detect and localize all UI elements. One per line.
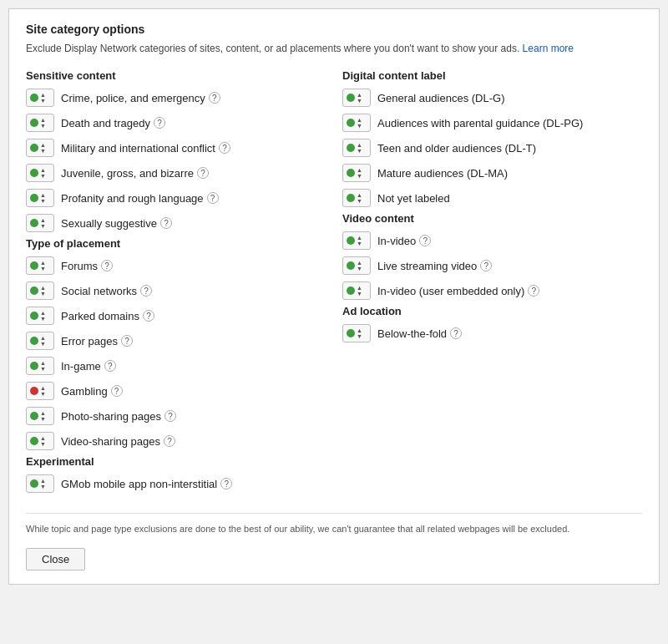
arrow-down-icon[interactable]: ▼ xyxy=(357,266,362,271)
help-icon[interactable]: ? xyxy=(101,260,113,271)
help-icon[interactable]: ? xyxy=(197,167,209,179)
toggle-box[interactable]: ▲▼ xyxy=(342,89,371,107)
arrow-up-icon[interactable]: ▲ xyxy=(40,92,46,98)
arrow-controls[interactable]: ▲▼ xyxy=(40,410,46,422)
learn-more-link[interactable]: Learn more xyxy=(523,43,574,54)
arrow-controls[interactable]: ▲▼ xyxy=(357,117,362,129)
help-icon[interactable]: ? xyxy=(207,192,219,204)
toggle-box[interactable]: ▲▼ xyxy=(26,89,54,107)
arrow-controls[interactable]: ▲▼ xyxy=(357,92,362,104)
arrow-down-icon[interactable]: ▼ xyxy=(40,416,46,422)
arrow-up-icon[interactable]: ▲ xyxy=(357,285,362,291)
arrow-up-icon[interactable]: ▲ xyxy=(40,217,46,223)
help-icon[interactable]: ? xyxy=(160,217,172,229)
toggle-box[interactable]: ▲▼ xyxy=(26,407,54,425)
help-icon[interactable]: ? xyxy=(154,117,165,129)
arrow-down-icon[interactable]: ▼ xyxy=(357,173,362,179)
arrow-down-icon[interactable]: ▼ xyxy=(40,223,46,229)
toggle-box[interactable]: ▲▼ xyxy=(26,114,54,132)
arrow-controls[interactable]: ▲▼ xyxy=(40,117,46,129)
toggle-box[interactable]: ▲▼ xyxy=(26,281,54,300)
arrow-down-icon[interactable]: ▼ xyxy=(40,123,46,129)
arrow-up-icon[interactable]: ▲ xyxy=(357,192,362,198)
arrow-down-icon[interactable]: ▼ xyxy=(357,333,362,339)
toggle-box[interactable]: ▲▼ xyxy=(342,324,371,342)
help-icon[interactable]: ? xyxy=(219,142,230,154)
arrow-controls[interactable]: ▲▼ xyxy=(357,260,362,271)
close-button[interactable]: Close xyxy=(26,548,85,570)
arrow-controls[interactable]: ▲▼ xyxy=(357,285,362,297)
toggle-box[interactable]: ▲▼ xyxy=(26,214,54,232)
toggle-box[interactable]: ▲▼ xyxy=(26,189,54,207)
arrow-up-icon[interactable]: ▲ xyxy=(357,235,362,241)
arrow-controls[interactable]: ▲▼ xyxy=(40,285,46,297)
arrow-up-icon[interactable]: ▲ xyxy=(357,142,362,148)
arrow-controls[interactable]: ▲▼ xyxy=(40,142,46,154)
arrow-down-icon[interactable]: ▼ xyxy=(40,198,46,204)
arrow-controls[interactable]: ▲▼ xyxy=(40,435,46,447)
arrow-up-icon[interactable]: ▲ xyxy=(40,285,46,291)
arrow-up-icon[interactable]: ▲ xyxy=(40,167,46,173)
arrow-up-icon[interactable]: ▲ xyxy=(40,142,46,148)
arrow-up-icon[interactable]: ▲ xyxy=(40,410,46,416)
help-icon[interactable]: ? xyxy=(121,335,133,347)
arrow-controls[interactable]: ▲▼ xyxy=(40,385,46,397)
help-icon[interactable]: ? xyxy=(209,92,220,104)
help-icon[interactable]: ? xyxy=(450,327,462,339)
arrow-controls[interactable]: ▲▼ xyxy=(40,310,46,322)
arrow-up-icon[interactable]: ▲ xyxy=(357,327,362,333)
help-icon[interactable]: ? xyxy=(220,478,232,489)
toggle-box[interactable]: ▲▼ xyxy=(342,189,371,207)
arrow-controls[interactable]: ▲▼ xyxy=(357,142,362,154)
help-icon[interactable]: ? xyxy=(143,310,154,322)
arrow-controls[interactable]: ▲▼ xyxy=(40,335,46,347)
arrow-down-icon[interactable]: ▼ xyxy=(40,316,46,322)
arrow-controls[interactable]: ▲▼ xyxy=(40,360,46,372)
arrow-controls[interactable]: ▲▼ xyxy=(40,167,46,179)
arrow-down-icon[interactable]: ▼ xyxy=(357,198,362,204)
arrow-controls[interactable]: ▲▼ xyxy=(40,192,46,204)
arrow-up-icon[interactable]: ▲ xyxy=(40,360,46,366)
toggle-box[interactable]: ▲▼ xyxy=(26,256,54,275)
arrow-down-icon[interactable]: ▼ xyxy=(40,484,46,489)
arrow-controls[interactable]: ▲▼ xyxy=(40,478,46,489)
toggle-box[interactable]: ▲▼ xyxy=(26,164,54,182)
arrow-up-icon[interactable]: ▲ xyxy=(40,385,46,391)
help-icon[interactable]: ? xyxy=(140,285,152,297)
toggle-box[interactable]: ▲▼ xyxy=(342,139,371,157)
arrow-down-icon[interactable]: ▼ xyxy=(40,441,46,447)
arrow-down-icon[interactable]: ▼ xyxy=(40,173,46,179)
help-icon[interactable]: ? xyxy=(104,360,116,372)
arrow-down-icon[interactable]: ▼ xyxy=(40,341,46,347)
arrow-down-icon[interactable]: ▼ xyxy=(40,391,46,397)
toggle-box[interactable]: ▲▼ xyxy=(342,256,371,275)
arrow-up-icon[interactable]: ▲ xyxy=(357,92,362,98)
arrow-up-icon[interactable]: ▲ xyxy=(40,192,46,198)
help-icon[interactable]: ? xyxy=(164,435,175,447)
arrow-up-icon[interactable]: ▲ xyxy=(40,310,46,316)
toggle-box[interactable]: ▲▼ xyxy=(26,474,54,493)
toggle-box[interactable]: ▲▼ xyxy=(26,432,54,450)
arrow-down-icon[interactable]: ▼ xyxy=(357,123,362,129)
toggle-box[interactable]: ▲▼ xyxy=(26,139,54,157)
arrow-controls[interactable]: ▲▼ xyxy=(40,260,46,271)
arrow-controls[interactable]: ▲▼ xyxy=(357,192,362,204)
arrow-up-icon[interactable]: ▲ xyxy=(40,478,46,484)
toggle-box[interactable]: ▲▼ xyxy=(26,307,54,325)
help-icon[interactable]: ? xyxy=(419,235,431,246)
arrow-controls[interactable]: ▲▼ xyxy=(40,92,46,104)
toggle-box[interactable]: ▲▼ xyxy=(342,164,371,182)
arrow-up-icon[interactable]: ▲ xyxy=(40,435,46,441)
help-icon[interactable]: ? xyxy=(480,260,492,271)
arrow-controls[interactable]: ▲▼ xyxy=(357,167,362,179)
arrow-up-icon[interactable]: ▲ xyxy=(357,167,362,173)
arrow-down-icon[interactable]: ▼ xyxy=(357,98,362,104)
arrow-up-icon[interactable]: ▲ xyxy=(40,260,46,266)
arrow-down-icon[interactable]: ▼ xyxy=(40,366,46,372)
toggle-box[interactable]: ▲▼ xyxy=(26,357,54,375)
arrow-down-icon[interactable]: ▼ xyxy=(40,291,46,297)
help-icon[interactable]: ? xyxy=(164,410,176,422)
toggle-box[interactable]: ▲▼ xyxy=(26,332,54,350)
toggle-box[interactable]: ▲▼ xyxy=(342,231,371,250)
arrow-down-icon[interactable]: ▼ xyxy=(357,148,362,154)
